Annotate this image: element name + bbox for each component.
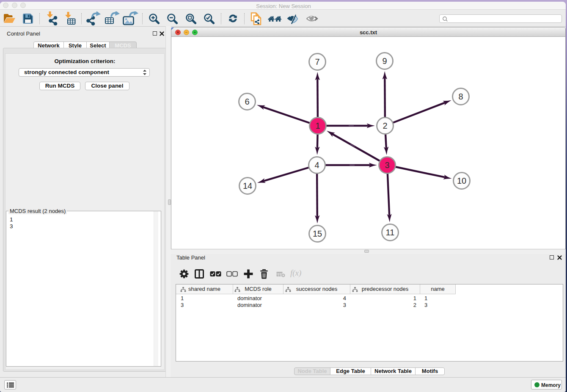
svg-text:3: 3 <box>385 160 389 170</box>
svg-text:1: 1 <box>315 121 320 130</box>
svg-text:11: 11 <box>386 228 395 237</box>
svg-text:7: 7 <box>315 57 319 66</box>
svg-text:15: 15 <box>313 229 322 238</box>
svg-text:4: 4 <box>314 160 319 170</box>
svg-text:9: 9 <box>382 56 387 66</box>
svg-text:8: 8 <box>458 92 463 101</box>
svg-text:14: 14 <box>243 181 252 190</box>
svg-text:10: 10 <box>457 176 466 185</box>
svg-text:6: 6 <box>245 97 249 106</box>
svg-text:2: 2 <box>383 121 387 130</box>
